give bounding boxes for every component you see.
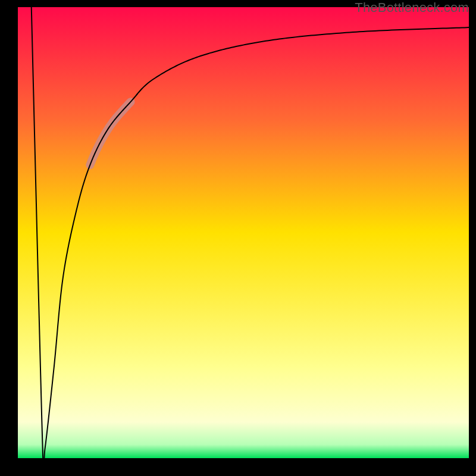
chart-frame: TheBottleneck.com	[0, 0, 476, 476]
bottleneck-chart	[18, 7, 469, 458]
watermark-text: TheBottleneck.com	[355, 0, 469, 15]
heat-gradient-background	[18, 7, 469, 458]
plot-area	[18, 7, 469, 458]
